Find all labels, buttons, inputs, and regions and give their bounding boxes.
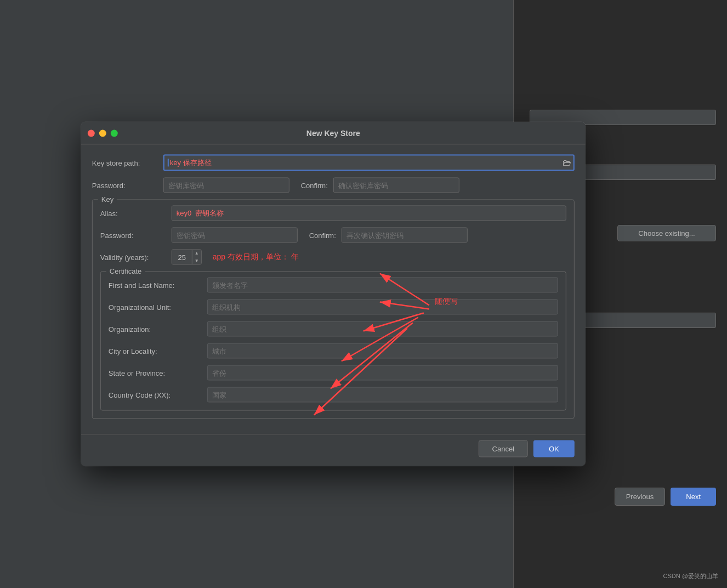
confirm-label: Confirm:	[295, 181, 328, 189]
choose-existing-button[interactable]: Choose existing...	[617, 225, 716, 241]
keystore-path-input[interactable]	[170, 159, 563, 167]
dialog-body: Key store path: 🗁 Password: Confirm: Key	[81, 145, 586, 434]
new-key-store-dialog: New Key Store Key store path: 🗁 Password…	[81, 122, 586, 466]
country-row: Country Code (XX):	[109, 387, 558, 403]
watermark: CSDN @爱笑的山羊	[663, 572, 718, 580]
password-input[interactable]	[163, 178, 289, 193]
keystore-path-input-wrapper[interactable]: 🗁	[163, 155, 575, 171]
validity-value: 25	[172, 253, 192, 261]
keystore-path-label: Key store path:	[92, 159, 158, 167]
dialog-title: New Key Store	[306, 129, 360, 138]
key-password-input[interactable]	[172, 228, 298, 243]
org-unit-label: Organizational Unit:	[109, 303, 202, 311]
confirm-input[interactable]	[333, 178, 459, 193]
state-input[interactable]	[207, 365, 558, 381]
spinner-arrows: ▲ ▼	[192, 250, 201, 265]
keystore-path-row: Key store path: 🗁	[92, 155, 575, 171]
key-confirm-label: Confirm:	[303, 231, 336, 239]
dialog-footer: Cancel OK	[81, 434, 586, 466]
validity-annotation: app 有效日期，单位： 年	[213, 252, 299, 262]
org-unit-row: Organizational Unit:	[109, 299, 558, 315]
city-label: City or Locality:	[109, 347, 202, 355]
close-button[interactable]	[88, 129, 95, 137]
city-row: City or Locality:	[109, 343, 558, 359]
alias-label: Alias:	[100, 209, 166, 217]
ok-button[interactable]: OK	[533, 440, 575, 457]
org-input[interactable]	[207, 321, 558, 337]
title-bar: New Key Store	[81, 122, 586, 145]
bg-panel-buttons: Previous Next	[615, 488, 716, 506]
key-section: Key Alias: Password: Confirm: Validity (…	[92, 200, 575, 419]
cert-section-title: Certificate	[106, 267, 145, 275]
city-input[interactable]	[207, 343, 558, 359]
key-section-title: Key	[98, 195, 117, 203]
alias-row: Alias:	[100, 206, 566, 221]
org-row: Organization:	[109, 321, 558, 337]
country-label: Country Code (XX):	[109, 391, 202, 399]
key-password-label: Password:	[100, 231, 166, 239]
state-row: State or Province:	[109, 365, 558, 381]
key-confirm-input[interactable]	[342, 228, 468, 243]
window-controls	[88, 129, 118, 137]
password-label: Password:	[92, 181, 158, 189]
password-row: Password: Confirm:	[92, 178, 575, 193]
cursor-indicator	[168, 159, 169, 167]
validity-label: Validity (years):	[100, 253, 166, 261]
spinner-up[interactable]: ▲	[192, 250, 201, 257]
key-password-row: Password: Confirm:	[100, 228, 566, 243]
alias-input[interactable]	[172, 206, 566, 221]
first-last-name-input[interactable]	[207, 278, 558, 293]
validity-row: Validity (years): 25 ▲ ▼ app 有效日期，单位： 年	[100, 250, 566, 265]
maximize-button[interactable]	[111, 129, 118, 137]
state-label: State or Province:	[109, 369, 202, 377]
country-input[interactable]	[207, 387, 558, 403]
minimize-button[interactable]	[99, 129, 106, 137]
org-unit-input[interactable]	[207, 299, 558, 315]
cancel-button[interactable]: Cancel	[479, 440, 528, 457]
previous-button[interactable]: Previous	[615, 488, 666, 506]
first-last-name-label: First and Last Name:	[109, 281, 202, 289]
validity-spinner[interactable]: 25 ▲ ▼	[172, 250, 202, 265]
org-label: Organization:	[109, 325, 202, 333]
cert-section: Certificate First and Last Name: Organiz…	[100, 272, 566, 411]
folder-icon[interactable]: 🗁	[563, 158, 571, 168]
spinner-down[interactable]: ▼	[192, 257, 201, 265]
next-button[interactable]: Next	[671, 488, 716, 506]
first-last-name-row: First and Last Name:	[109, 278, 558, 293]
